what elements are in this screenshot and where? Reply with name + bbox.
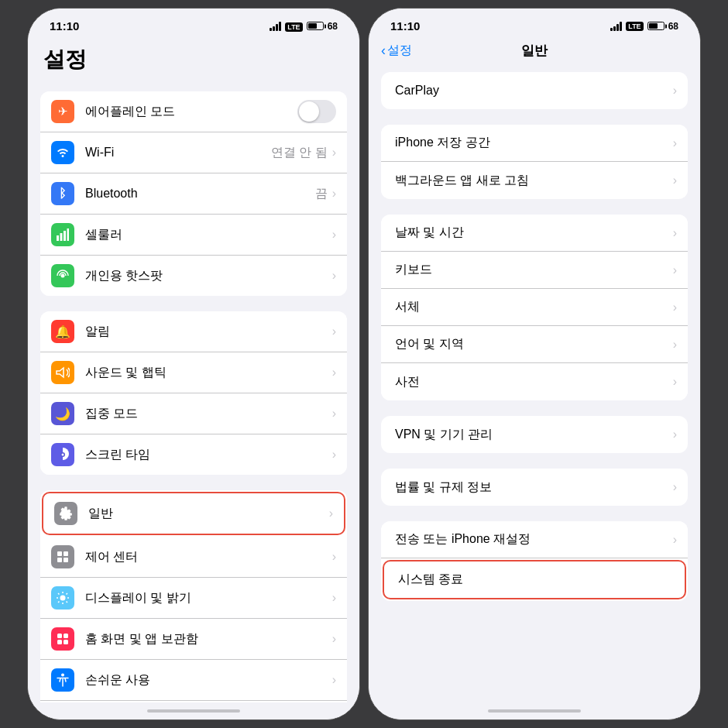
section-notifications: 🔔 알림 › 사운드 및 햅틱 › 🌙 집중 모드 ›	[40, 311, 347, 475]
list-item-storage[interactable]: iPhone 저장 공간 ›	[381, 125, 688, 162]
sound-label: 사운드 및 햅틱	[85, 365, 332, 381]
list-item-wifi[interactable]: Wi-Fi 연결 안 됨 ›	[40, 132, 347, 173]
background-refresh-chevron: ›	[673, 173, 677, 187]
airplane-toggle[interactable]	[297, 100, 336, 123]
lte-label: LTE	[285, 21, 302, 32]
dictionary-label: 사전	[395, 374, 673, 390]
right-phone: 11:10 LTE 68 ‹ 설정 일반 CarPlay	[368, 8, 701, 720]
list-item-dictionary[interactable]: 사전 ›	[381, 363, 688, 400]
hotspot-label: 개인용 핫스팟	[85, 268, 332, 284]
wifi-value: 연결 안 됨	[271, 145, 328, 161]
list-item-language[interactable]: 언어 및 지역 ›	[381, 326, 688, 363]
keyboard-label: 키보드	[395, 262, 673, 278]
hotspot-icon	[51, 264, 74, 287]
list-item-bluetooth[interactable]: ᛒ Bluetooth 끔 ›	[40, 173, 347, 215]
list-item-datetime[interactable]: 날짜 및 시간 ›	[381, 215, 688, 252]
fonts-chevron: ›	[673, 300, 677, 314]
fonts-label: 서체	[395, 299, 673, 315]
wifi-icon	[51, 141, 74, 164]
language-label: 언어 및 지역	[395, 336, 673, 352]
list-item-notifications[interactable]: 🔔 알림 ›	[40, 311, 347, 352]
list-item-screentime[interactable]: 스크린 타임 ›	[40, 434, 347, 475]
storage-label: iPhone 저장 공간	[395, 135, 673, 151]
general-icon	[54, 502, 77, 525]
bluetooth-chevron: ›	[332, 187, 336, 201]
wifi-label: Wi-Fi	[85, 146, 271, 160]
svg-rect-10	[64, 558, 68, 562]
list-item-hotspot[interactable]: 개인용 핫스팟 ›	[40, 256, 347, 296]
left-content: ✈ 에어플레인 모드 Wi-Fi 연결 안 됨 ›	[28, 84, 359, 702]
signal-icon-right	[610, 22, 622, 31]
back-button[interactable]: ‹ 설정	[381, 43, 412, 59]
list-item-homescreen[interactable]: 홈 화면 및 앱 보관함 ›	[40, 619, 347, 660]
bluetooth-value: 끔	[315, 186, 328, 202]
svg-rect-1	[60, 233, 63, 241]
svg-rect-15	[64, 640, 68, 644]
general-chevron: ›	[329, 507, 333, 520]
list-item-transfer[interactable]: 전송 또는 iPhone 재설정 ›	[381, 521, 688, 558]
notifications-chevron: ›	[332, 325, 336, 338]
list-item-background-refresh[interactable]: 백그라운드 앱 새로 고침 ›	[381, 162, 688, 199]
lte-right: LTE	[626, 22, 643, 31]
back-chevron: ‹	[381, 43, 386, 59]
legal-chevron: ›	[673, 480, 677, 494]
section-datetime: 날짜 및 시간 › 키보드 › 서체 › 언어 및 지역 › 사전 ›	[381, 215, 688, 400]
airplane-label: 에어플레인 모드	[85, 104, 297, 120]
display-label: 디스플레이 및 밝기	[85, 590, 332, 606]
accessibility-icon	[51, 668, 74, 692]
svg-point-11	[60, 596, 66, 601]
datetime-label: 날짜 및 시간	[395, 225, 673, 241]
svg-rect-2	[64, 231, 66, 241]
homescreen-icon	[51, 627, 74, 651]
list-item-general[interactable]: 일반 ›	[42, 492, 345, 535]
legal-label: 법률 및 규제 정보	[395, 479, 673, 496]
svg-rect-0	[57, 235, 59, 241]
list-item-cellular[interactable]: 셀룰러 ›	[40, 215, 347, 256]
list-item-display[interactable]: 디스플레이 및 밝기 ›	[40, 578, 347, 619]
focus-label: 집중 모드	[85, 406, 332, 422]
list-item-shutdown[interactable]: 시스템 종료	[383, 560, 686, 599]
section-legal: 법률 및 규제 정보 ›	[381, 469, 688, 506]
list-item-carplay[interactable]: CarPlay ›	[381, 72, 688, 109]
status-icons-left: LTE 68	[270, 21, 338, 32]
sound-chevron: ›	[332, 366, 336, 379]
list-item-vpn[interactable]: VPN 및 기기 관리 ›	[381, 416, 688, 453]
list-item-sound[interactable]: 사운드 및 햅틱 ›	[40, 352, 347, 393]
list-item-legal[interactable]: 법률 및 규제 정보 ›	[381, 469, 688, 506]
battery-pct: 68	[328, 21, 338, 32]
focus-icon: 🌙	[51, 402, 74, 425]
list-item-fonts[interactable]: 서체 ›	[381, 289, 688, 326]
control-center-chevron: ›	[332, 550, 336, 564]
list-item-focus[interactable]: 🌙 집중 모드 ›	[40, 393, 347, 434]
screentime-label: 스크린 타임	[85, 447, 332, 463]
vpn-label: VPN 및 기기 관리	[395, 427, 673, 443]
svg-rect-12	[57, 634, 62, 638]
list-item-control-center[interactable]: 제어 센터 ›	[40, 537, 347, 578]
keyboard-chevron: ›	[673, 263, 677, 277]
list-item-airplane[interactable]: ✈ 에어플레인 모드	[40, 91, 347, 132]
list-item-wallpaper[interactable]: 배경화면 ›	[40, 701, 347, 702]
display-icon	[51, 586, 74, 610]
cellular-label: 셀룰러	[85, 227, 332, 243]
status-bar-right: 11:10 LTE 68	[369, 9, 700, 39]
svg-point-4	[61, 274, 65, 278]
svg-rect-8	[64, 551, 68, 556]
section-carplay: CarPlay ›	[381, 72, 688, 109]
status-bar-left: 11:10 LTE 68	[28, 9, 359, 39]
battery-pct-right: 68	[668, 21, 678, 32]
screentime-chevron: ›	[332, 448, 336, 462]
section-storage: iPhone 저장 공간 › 백그라운드 앱 새로 고침 ›	[381, 125, 688, 199]
list-item-accessibility[interactable]: 손쉬운 사용 ›	[40, 660, 347, 701]
right-content: CarPlay › iPhone 저장 공간 › 백그라운드 앱 새로 고침 ›…	[369, 66, 700, 702]
signal-icon	[270, 22, 281, 31]
time-right: 11:10	[390, 19, 420, 33]
shutdown-label: 시스템 종료	[398, 572, 674, 588]
list-item-keyboard[interactable]: 키보드 ›	[381, 252, 688, 289]
bluetooth-icon: ᛒ	[51, 182, 74, 205]
time-left: 11:10	[50, 19, 79, 33]
dictionary-chevron: ›	[673, 375, 677, 389]
home-indicator-left	[28, 702, 359, 719]
display-chevron: ›	[332, 591, 336, 605]
cellular-icon	[51, 223, 74, 246]
left-phone: 11:10 LTE 68 설정 ✈	[27, 8, 360, 720]
